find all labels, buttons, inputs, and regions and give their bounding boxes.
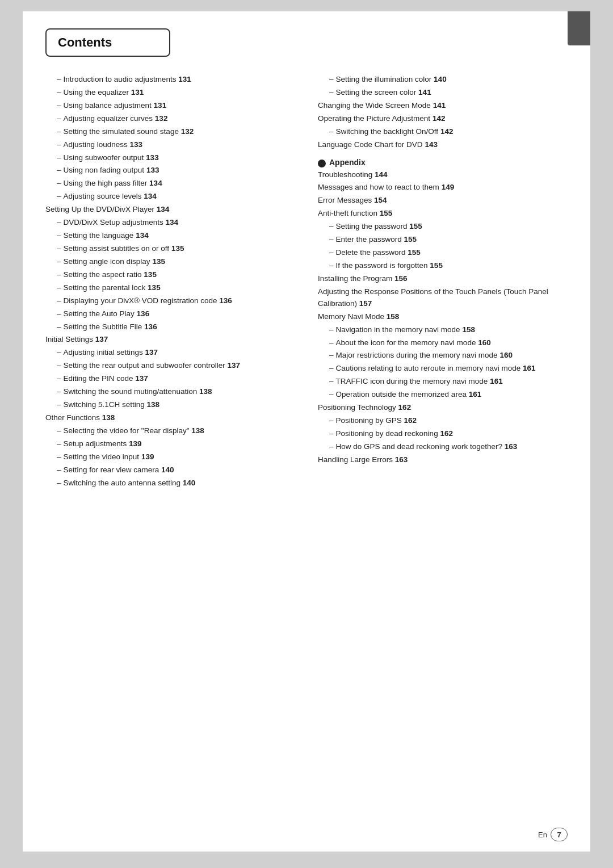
dash-symbol: – (329, 261, 334, 270)
dash-symbol: – (329, 377, 334, 385)
list-item: –Setting the Subtitle File 136 (45, 321, 295, 333)
section-text: Initial Settings (45, 335, 95, 343)
dash-symbol: – (329, 390, 334, 399)
entry-number: 136 (137, 309, 150, 318)
section-text: Handling Large Errors (318, 455, 395, 464)
section-text: Troubleshooting (318, 170, 375, 179)
entry-text: About the icon for the memory navi mode (336, 338, 478, 347)
entry-text: How do GPS and dead reckoning work toget… (336, 442, 505, 451)
list-item: –About the icon for the memory navi mode… (318, 337, 568, 349)
section-text: Changing the Wide Screen Mode (318, 101, 433, 110)
entry-number: 138 (191, 426, 204, 435)
entry-number: 161 (490, 377, 503, 385)
dash-symbol: – (57, 166, 61, 174)
entry-text: Using the equalizer (64, 88, 131, 97)
entry-number: 137 (135, 374, 148, 383)
list-item: –Switching the auto antenna setting 140 (45, 477, 295, 489)
list-item: –Setting the screen color 141 (318, 87, 568, 99)
entry-text: Operation outside the memorized area (336, 390, 469, 399)
entry-text: Switching the auto antenna setting (64, 479, 183, 487)
section-text: Language Code Chart for DVD (318, 140, 425, 149)
list-item: –Navigation in the memory navi mode 158 (318, 324, 568, 336)
dash-symbol: – (57, 400, 61, 409)
dash-symbol: – (329, 429, 334, 438)
entry-number: 133 (146, 153, 159, 162)
entry-text: Cautions relating to auto reroute in mem… (336, 364, 523, 372)
list-item: –Editing the PIN code 137 (45, 373, 295, 385)
section-number: 144 (375, 170, 388, 179)
dash-symbol: – (329, 325, 334, 334)
dash-symbol: – (329, 442, 334, 451)
dash-symbol: – (329, 88, 334, 97)
entry-text: Major restrictions during the memory nav… (336, 351, 500, 359)
entry-text: Setting the language (64, 231, 136, 240)
section-text: Memory Navi Mode (318, 312, 387, 321)
entry-number: 134 (136, 231, 149, 240)
entry-number: 162 (404, 416, 417, 425)
entry-number: 137 (227, 361, 240, 370)
section-number: 155 (380, 209, 393, 217)
page-footer: En 7 (538, 828, 568, 841)
dash-symbol: – (57, 439, 61, 448)
list-item: Other Functions 138 (45, 412, 295, 424)
list-item: –Adjusting source levels 134 (45, 191, 295, 203)
list-item: Changing the Wide Screen Mode 141 (318, 100, 568, 112)
entry-number: 133 (146, 166, 159, 174)
entry-number: 133 (130, 140, 143, 149)
list-item: Adjusting the Response Positions of the … (318, 286, 568, 310)
entry-text: Adjusting source levels (64, 192, 144, 200)
section-number: 142 (433, 114, 446, 123)
list-item: –Operation outside the memorized area 16… (318, 389, 568, 401)
dash-symbol: – (57, 452, 61, 461)
list-item: –Setting angle icon display 135 (45, 256, 295, 268)
dash-symbol: – (329, 416, 334, 425)
entry-text: Setting the password (336, 222, 410, 230)
left-column: –Introduction to audio adjustments 131–U… (45, 74, 295, 490)
entry-number: 155 (430, 261, 443, 270)
list-item: –Setting the parental lock 135 (45, 282, 295, 294)
entry-text: Switching 5.1CH setting (64, 400, 147, 409)
section-number: 163 (395, 455, 408, 464)
entry-number: 135 (144, 270, 157, 279)
entry-text: Setting the simulated sound stage (64, 127, 181, 136)
dash-symbol: – (57, 296, 61, 305)
dash-symbol: – (57, 479, 61, 487)
dash-symbol: – (57, 244, 61, 253)
entry-number: 137 (145, 348, 158, 357)
entry-text: Positioning by GPS (336, 416, 404, 425)
list-item: –Using subwoofer output 133 (45, 152, 295, 164)
dash-symbol: – (57, 309, 61, 318)
dash-symbol: – (57, 270, 61, 279)
list-item: –DVD/DivX Setup adjustments 134 (45, 217, 295, 229)
list-item: –Setting the Auto Play 136 (45, 308, 295, 320)
entry-number: 138 (147, 400, 160, 409)
section-text: Anti-theft function (318, 209, 380, 217)
list-item: –Positioning by GPS 162 (318, 415, 568, 427)
entry-text: Adjusting equalizer curves (64, 114, 155, 123)
entry-number: 140 (183, 479, 196, 487)
list-item: –Switching the sound muting/attenuation … (45, 386, 295, 398)
entry-text: Editing the PIN code (64, 374, 136, 383)
list-item: –Using the high pass filter 134 (45, 178, 295, 190)
entry-number: 155 (404, 235, 417, 244)
dash-symbol: – (57, 179, 61, 187)
dash-symbol: – (57, 88, 61, 97)
entry-number: 158 (462, 325, 475, 334)
entry-text: Setting the Auto Play (64, 309, 137, 318)
entry-number: 155 (408, 248, 421, 257)
entry-number: 138 (199, 387, 212, 396)
right-column: –Setting the illumination color 140–Sett… (318, 74, 568, 490)
entry-number: 131 (131, 88, 144, 97)
entry-text: Setting the illumination color (336, 75, 434, 83)
list-item: –Using non fading output 133 (45, 165, 295, 177)
section-text: Other Functions (45, 413, 102, 422)
section-number: 143 (425, 140, 438, 149)
list-item: –Adjusting initial settings 137 (45, 347, 295, 359)
entry-number: 139 (141, 452, 154, 461)
entry-text: Setting the Subtitle File (64, 322, 145, 331)
dash-symbol: – (57, 127, 61, 136)
entry-text: Setup adjustments (64, 439, 129, 448)
dash-symbol: – (329, 364, 334, 372)
list-item: –Introduction to audio adjustments 131 (45, 74, 295, 86)
entry-text: Setting for rear view camera (64, 466, 162, 474)
